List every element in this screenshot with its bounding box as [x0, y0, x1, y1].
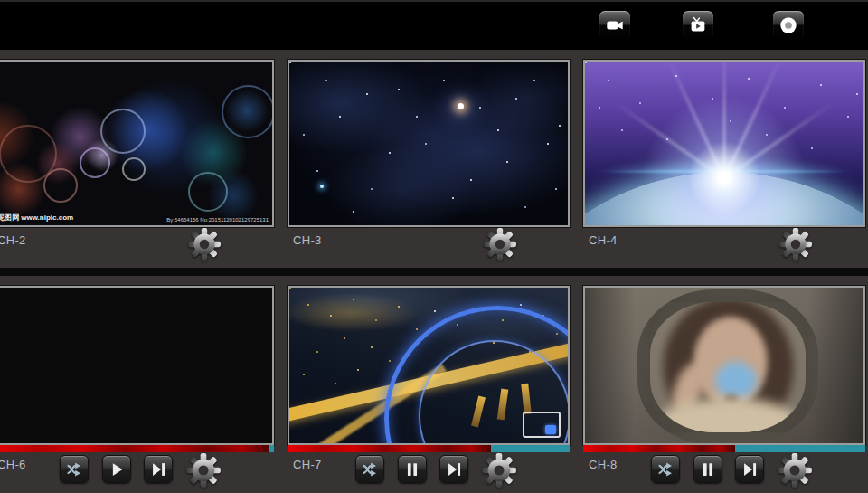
video-channel-manager: 昵图网 www.nipic.com By:54654156 No:2015112…	[0, 0, 868, 493]
tv-stream-button[interactable]	[682, 10, 714, 40]
settings-gear-button[interactable]	[185, 452, 222, 488]
pause-icon	[698, 460, 718, 479]
row-separator	[0, 268, 868, 276]
gear-icon	[187, 227, 222, 261]
gear-icon	[481, 452, 517, 488]
camera-button[interactable]	[599, 10, 631, 40]
skip-arrows-icon	[64, 460, 84, 479]
bokeh-ring	[100, 109, 146, 154]
progress-bar[interactable]	[0, 445, 274, 452]
video-thumbnail-ch8[interactable]	[583, 286, 865, 445]
pause-icon	[402, 460, 422, 479]
bokeh-ring	[80, 147, 110, 178]
channel-label: CH-6	[0, 458, 26, 471]
settings-gear-button[interactable]	[481, 452, 517, 488]
city-lights	[289, 288, 291, 289]
progress-played	[288, 445, 491, 452]
video-thumbnail-ch6[interactable]	[0, 286, 274, 445]
progress-bar[interactable]	[583, 445, 865, 452]
skip-to-end-icon	[444, 460, 464, 479]
top-edge-line	[0, 0, 868, 2]
channel-footer: CH-6	[0, 452, 274, 493]
nipic-id-watermark: By:54654156 No:20151120102129725131	[166, 217, 269, 223]
record-button[interactable]	[772, 10, 805, 40]
progress-played	[0, 445, 269, 452]
camcorder-icon	[605, 15, 625, 35]
play-button[interactable]	[102, 455, 131, 483]
channel-panel-ch8: CH-8	[583, 286, 865, 493]
record-disc-icon	[778, 15, 798, 35]
nebula-art-layer	[289, 62, 568, 225]
channel-footer: CH-8	[583, 452, 865, 493]
video-thumbnail-ch3[interactable]	[288, 60, 570, 227]
progress-bar[interactable]	[288, 445, 570, 452]
girl-figure	[650, 302, 806, 432]
skip-to-end-icon	[740, 460, 760, 479]
night-city-art-layer	[289, 288, 568, 443]
channel-label: CH-3	[293, 233, 322, 247]
gear-icon	[185, 452, 222, 488]
progress-played	[583, 445, 735, 452]
channel-label: CH-7	[293, 458, 322, 471]
blue-star	[320, 185, 324, 188]
channel-panel-ch2: 昵图网 www.nipic.com By:54654156 No:2015112…	[0, 60, 274, 268]
gear-icon	[483, 227, 517, 261]
channel-label: CH-2	[0, 233, 26, 247]
skip-arrows-icon	[360, 460, 380, 479]
tv-play-icon	[688, 15, 708, 35]
settings-gear-button[interactable]	[778, 227, 813, 261]
nipic-watermark: 昵图网 www.nipic.com	[0, 213, 73, 223]
skip-arrows-icon	[656, 460, 675, 479]
channel-footer: CH-3	[288, 227, 570, 268]
channel-panel-ch4: CH-4	[583, 60, 865, 268]
next-button[interactable]	[439, 455, 468, 483]
station-logo-watermark	[523, 412, 561, 438]
toolbar	[0, 0, 868, 50]
play-icon	[107, 460, 127, 479]
settings-gear-button[interactable]	[777, 452, 813, 488]
channel-footer: CH-7	[288, 452, 570, 493]
skip-button[interactable]	[651, 455, 680, 483]
blank-video-layer	[0, 288, 272, 443]
channel-panel-ch3: CH-3	[288, 60, 570, 268]
star-field	[289, 62, 291, 63]
settings-gear-button[interactable]	[483, 227, 517, 261]
bokeh-ring	[222, 85, 274, 138]
channel-panel-ch6: CH-6	[0, 286, 274, 493]
channel-label: CH-8	[589, 458, 618, 471]
channel-panel-ch7: CH-7	[288, 286, 570, 493]
video-thumbnail-ch7[interactable]	[288, 286, 570, 445]
airplane-window-art-layer	[585, 288, 863, 443]
skip-button[interactable]	[355, 455, 384, 483]
channel-footer: CH-2	[0, 227, 274, 268]
channel-footer: CH-4	[583, 227, 865, 268]
pause-button[interactable]	[398, 455, 427, 483]
video-thumbnail-ch4[interactable]	[583, 60, 865, 227]
gear-icon	[777, 452, 813, 488]
pause-button[interactable]	[693, 455, 722, 483]
bright-star	[458, 103, 464, 109]
sun-burst	[585, 62, 863, 225]
next-button[interactable]	[144, 455, 173, 483]
gear-icon	[778, 227, 813, 261]
blue-light-reflection	[715, 362, 757, 400]
bokeh-ring	[122, 157, 146, 181]
settings-gear-button[interactable]	[187, 227, 222, 261]
skip-button[interactable]	[60, 455, 89, 483]
bokeh-ring	[43, 168, 78, 203]
next-button[interactable]	[735, 455, 764, 483]
video-thumbnail-ch2[interactable]: 昵图网 www.nipic.com By:54654156 No:2015112…	[0, 60, 274, 227]
sunrise-art-layer	[585, 62, 863, 225]
airplane-window	[637, 289, 818, 443]
bokeh-ring	[188, 172, 228, 212]
skip-to-end-icon	[148, 460, 168, 479]
channel-label: CH-4	[589, 233, 618, 247]
girl-sweater	[656, 398, 800, 443]
logo-mark	[545, 425, 556, 434]
